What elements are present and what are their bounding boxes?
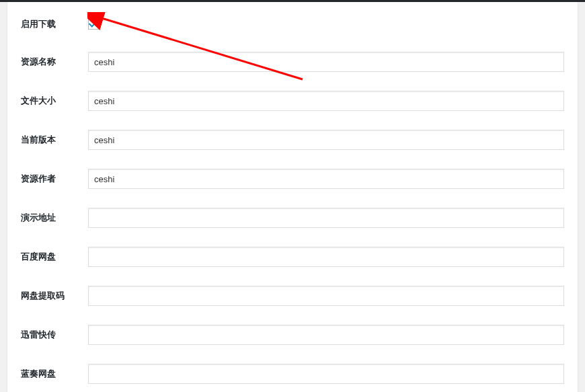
lanzou-input[interactable]	[88, 364, 564, 384]
row-current-version: 当前版本	[21, 120, 564, 159]
resource-author-label: 资源作者	[21, 173, 88, 185]
resource-name-label: 资源名称	[21, 56, 88, 68]
enable-download-label: 启用下载	[21, 18, 88, 30]
row-pan-code: 网盘提取码	[21, 276, 564, 315]
file-size-label: 文件大小	[21, 95, 88, 107]
lanzou-label: 蓝奏网盘	[21, 368, 88, 380]
row-xunlei: 迅雷快传	[21, 315, 564, 354]
pan-code-label: 网盘提取码	[21, 290, 88, 302]
form-container: 启用下载 资源名称 文件大小 当前版本 资源作者 演示地址 百度网盘 网盘提取码…	[7, 2, 578, 392]
resource-author-input[interactable]	[88, 169, 564, 189]
demo-url-label: 演示地址	[21, 212, 88, 224]
xunlei-label: 迅雷快传	[21, 329, 88, 341]
file-size-input[interactable]	[88, 91, 564, 111]
row-resource-name: 资源名称	[21, 42, 564, 81]
resource-name-input[interactable]	[88, 52, 564, 72]
row-baidu-pan: 百度网盘	[21, 237, 564, 276]
row-resource-author: 资源作者	[21, 159, 564, 198]
baidu-pan-label: 百度网盘	[21, 251, 88, 263]
xunlei-input[interactable]	[88, 325, 564, 345]
row-lanzou: 蓝奏网盘	[21, 354, 564, 392]
row-enable-download: 启用下载	[21, 10, 564, 42]
enable-download-checkbox[interactable]	[88, 19, 99, 30]
row-file-size: 文件大小	[21, 81, 564, 120]
current-version-label: 当前版本	[21, 134, 88, 146]
pan-code-input[interactable]	[88, 286, 564, 306]
demo-url-input[interactable]	[88, 208, 564, 228]
current-version-input[interactable]	[88, 130, 564, 150]
baidu-pan-input[interactable]	[88, 247, 564, 267]
row-demo-url: 演示地址	[21, 198, 564, 237]
